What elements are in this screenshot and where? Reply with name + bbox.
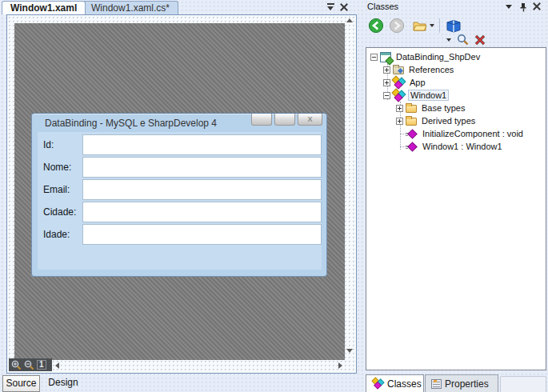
designed-window[interactable]: DataBinding - MySQL e SharpDevelop 4 X I… [31, 113, 327, 277]
class-icon [393, 78, 405, 88]
field-row-nome: Nome: [38, 157, 322, 178]
designed-window-buttons: X [251, 114, 322, 126]
tree-item-project[interactable]: DataBinding_ShpDev [366, 50, 546, 63]
tree-item-derived-types[interactable]: Derived types [366, 114, 546, 127]
panel-menu-icon[interactable] [506, 5, 512, 9]
pad-tab-label: Classes [387, 378, 422, 390]
tab-window1-xaml-cs[interactable]: Window1.xaml.cs* [82, 1, 178, 14]
back-button[interactable] [366, 17, 386, 34]
tab-source-view[interactable]: Source [2, 375, 40, 392]
tab-window1-xaml[interactable]: Window1.xaml [2, 1, 86, 14]
classes-tree: DataBinding_ShpDev References App Window [366, 47, 546, 370]
class-icon [393, 90, 405, 101]
tree-item-label: Derived types [420, 116, 477, 126]
document-tab-strip: Window1.xaml Window1.xaml.cs* [0, 0, 358, 14]
search-dropdown-icon[interactable] [446, 38, 451, 42]
open-files-menu-icon[interactable] [326, 3, 336, 11]
tab-design-view[interactable]: Design [43, 377, 83, 392]
expand-icon[interactable] [383, 66, 390, 74]
zoom-out-icon[interactable] [24, 360, 34, 370]
field-label: Cidade: [38, 206, 82, 218]
tree-item-app[interactable]: App [366, 76, 546, 89]
classes-panel-header: Classes [362, 0, 548, 14]
tree-item-references[interactable]: References [366, 63, 546, 76]
back-icon [368, 18, 384, 34]
close-panel-icon[interactable] [533, 2, 541, 10]
field-row-id: Id: [38, 134, 322, 155]
clear-search-icon[interactable] [474, 34, 487, 46]
scroll-left-icon[interactable] [55, 362, 59, 369]
search-icon[interactable] [456, 34, 470, 46]
field-label: Nome: [38, 162, 82, 173]
expand-icon[interactable] [396, 118, 403, 125]
tree-item-label: References [407, 65, 455, 74]
close-button: X [298, 114, 322, 126]
chevron-down-icon [430, 24, 434, 27]
tree-item-base-types[interactable]: Base types [366, 102, 546, 114]
expand-icon[interactable] [396, 105, 403, 112]
properties-tab-icon [431, 379, 442, 389]
classes-toolbar [362, 16, 548, 35]
field-row-cidade: Cidade: [38, 202, 322, 222]
method-icon [406, 129, 418, 139]
tree-item-label: InitializeComponent : void [421, 129, 525, 138]
forward-icon [389, 18, 405, 34]
pad-tab-filler [500, 376, 546, 392]
classes-panel: Classes [362, 0, 548, 392]
tree-item-label: Window1 [408, 90, 449, 101]
field-label: Id: [38, 139, 82, 150]
references-icon [393, 66, 404, 74]
open-assembly-button[interactable] [410, 17, 437, 34]
scroll-right-icon[interactable] [338, 362, 342, 369]
tree-item-initializecomponent[interactable]: InitializeComponent : void [366, 127, 546, 140]
email-textbox[interactable] [82, 179, 322, 200]
close-document-icon[interactable] [340, 3, 348, 11]
zoom-reset-button[interactable]: 1 [37, 360, 46, 370]
minimize-button [251, 114, 272, 126]
collapse-icon[interactable] [370, 54, 378, 61]
toolbar-separator [439, 18, 440, 33]
field-row-idade: Idade: [38, 224, 322, 245]
tree-item-window1[interactable]: Window1 [366, 89, 546, 102]
field-row-email: Email: [38, 179, 322, 200]
classes-search-row [362, 34, 548, 46]
method-icon [406, 142, 418, 152]
book-icon [445, 19, 462, 33]
tree-item-label: Base types [420, 103, 466, 113]
tab-properties-pad[interactable]: Properties [425, 374, 498, 392]
tree-item-constructor[interactable]: Window1 : Window1 [366, 140, 546, 153]
pad-tab-label: Properties [445, 378, 489, 390]
folder-icon [406, 105, 417, 113]
tab-classes-pad[interactable]: Classes [366, 374, 424, 392]
classes-tab-icon [373, 379, 384, 389]
collapse-icon[interactable] [383, 92, 390, 99]
designed-window-content: Id: Nome: Email: Cidade: Idade: [38, 132, 322, 270]
tree-item-label: App [408, 78, 427, 87]
nome-textbox[interactable] [82, 157, 322, 178]
ide-window: Window1.xaml Window1.xaml.cs* DataBindin… [0, 0, 548, 392]
open-folder-icon [412, 19, 428, 32]
panel-title: Classes [367, 2, 398, 11]
folder-icon [406, 118, 417, 126]
forward-button[interactable] [387, 17, 406, 34]
project-icon [380, 52, 391, 62]
zoom-in-icon[interactable] [11, 360, 22, 370]
pin-icon[interactable] [519, 2, 528, 12]
scroll-up-icon[interactable] [346, 18, 353, 22]
designer-surface: DataBinding - MySQL e SharpDevelop 4 X I… [6, 14, 357, 374]
scroll-down-icon[interactable] [346, 349, 353, 353]
cidade-textbox[interactable] [82, 202, 322, 222]
expand-icon[interactable] [383, 79, 390, 86]
tree-item-label: Window1 : Window1 [421, 142, 504, 151]
designer-zoom-toolbar: 1 [9, 358, 52, 371]
field-label: Idade: [38, 229, 82, 240]
field-label: Email: [38, 184, 82, 195]
assemblies-button[interactable] [444, 17, 463, 34]
maximize-button [274, 114, 295, 126]
designed-window-title: DataBinding - MySQL e SharpDevelop 4 [45, 118, 217, 129]
tree-item-label: DataBinding_ShpDev [394, 52, 482, 62]
idade-textbox[interactable] [82, 224, 322, 245]
id-textbox[interactable] [82, 134, 322, 155]
